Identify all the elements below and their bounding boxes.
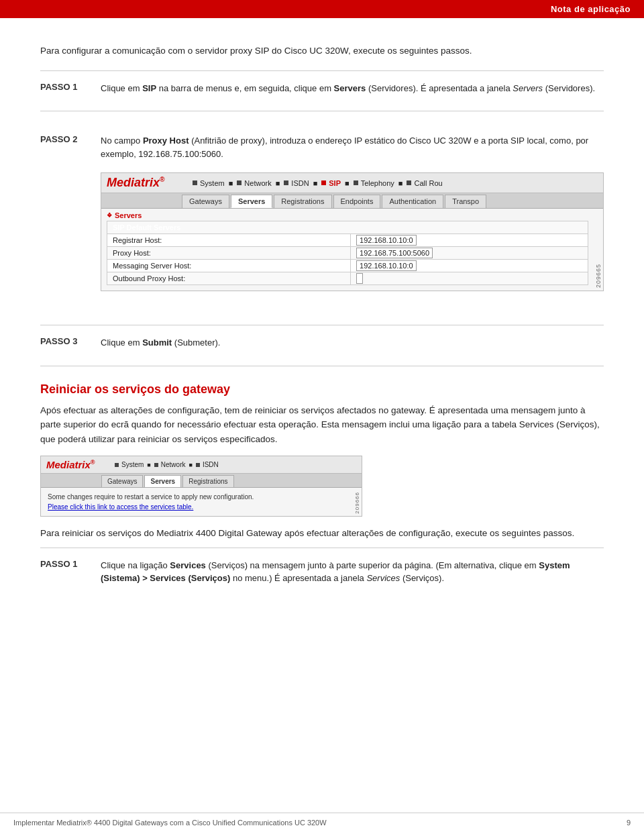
tab-gateways[interactable]: Gateways: [182, 195, 229, 208]
step-s2-1-content: Clique na ligação Services (Serviços) na…: [101, 559, 604, 589]
mx-header-1: Mediatrix® System ■ Network ■ ISDN ■ SIP…: [101, 173, 603, 193]
section-2-body2: Para reiniciar os serviços do Mediatrix …: [40, 526, 604, 541]
tab-servers[interactable]: Servers: [231, 195, 272, 208]
mediatrix-logo-1: Mediatrix®: [107, 176, 180, 190]
intro-text: Para configurar a comunicação com o serv…: [40, 44, 604, 58]
proxy-host-value: 192.168.75.100:5060: [351, 247, 588, 260]
nav-sip[interactable]: SIP: [321, 179, 341, 187]
tab-endpoints[interactable]: Endpoints: [333, 195, 381, 208]
nav-callrou[interactable]: Call Rou: [407, 179, 442, 187]
header-title: Nota de aplicação: [551, 4, 631, 14]
nav-isdn[interactable]: ISDN: [284, 179, 309, 187]
nav-system[interactable]: System: [193, 179, 225, 187]
nav2-isdn[interactable]: ISDN: [196, 461, 219, 468]
registrar-host-value: 192.168.10.10:0: [351, 234, 588, 247]
mediatrix-logo-2: Mediatrix®: [46, 459, 107, 470]
nav2-system[interactable]: System: [115, 461, 144, 468]
watermark-1: 209665: [595, 264, 602, 288]
step-1-label: PASSO 1: [40, 82, 101, 92]
service-msg-link[interactable]: Please click this link to access the ser…: [48, 503, 193, 511]
outbound-proxy-value: [351, 272, 588, 285]
step-1-block: PASSO 1 Clique em SIP na barra de menus …: [40, 71, 604, 112]
messaging-host-input[interactable]: 192.168.10.10:0: [356, 260, 417, 271]
tab2-servers[interactable]: Servers: [144, 475, 181, 487]
step-2-content: No campo Proxy Host (Anfitrião de proxy)…: [101, 134, 604, 164]
mx-nav-top-1: System ■ Network ■ ISDN ■ SIP ■ Telephon…: [193, 179, 443, 187]
table-row: Messaging Server Host: 192.168.10.10:0: [107, 260, 588, 272]
messaging-server-value: 192.168.10.10:0: [351, 260, 588, 272]
sip-servers-table: SIP Default Servers Registrar Host: 192.…: [107, 221, 588, 285]
nav2-network[interactable]: Network: [154, 461, 186, 468]
step-s2-1-block: PASSO 1 Clique na ligação Services (Serv…: [40, 548, 604, 601]
service-message: Some changes require to restart a servic…: [41, 488, 362, 516]
service-msg-line1: Some changes require to restart a servic…: [48, 493, 254, 501]
main-content: Para configurar a comunicação com o serv…: [0, 18, 644, 627]
proxy-host-label: Proxy Host:: [107, 247, 351, 260]
step-3-label: PASSO 3: [40, 336, 101, 346]
tab-transpo[interactable]: Transpo: [445, 195, 486, 208]
service-msg-line2: Please click this link to access the ser…: [48, 503, 193, 511]
step-s2-1-label: PASSO 1: [40, 559, 101, 569]
watermark-2: 209666: [354, 492, 360, 514]
table-header-row: SIP Default Servers: [107, 221, 588, 234]
step-1-content: Clique em SIP na barra de menus e, em se…: [101, 82, 604, 99]
messaging-server-label: Messaging Server Host:: [107, 260, 351, 272]
step-2-text: No campo Proxy Host (Anfitrião de proxy)…: [101, 134, 604, 160]
registrar-host-input[interactable]: 192.168.10.10:0: [356, 235, 417, 246]
proxy-host-input[interactable]: 192.168.75.100:5060: [356, 248, 433, 258]
page-header: Nota de aplicação: [0, 0, 644, 18]
table-row: Registrar Host: 192.168.10.10:0: [107, 234, 588, 247]
tab-authentication[interactable]: Authentication: [382, 195, 443, 208]
step-s2-1-text: Clique na ligação Services (Serviços) na…: [101, 559, 604, 585]
step-2-label: PASSO 2: [40, 134, 101, 144]
mx-tabs-1: Gateways Servers Registrations Endpoints…: [101, 193, 603, 209]
registrar-host-label: Registrar Host:: [107, 234, 351, 247]
tab2-gateways[interactable]: Gateways: [101, 475, 143, 487]
step-3-block: PASSO 3 Clique em Submit (Submeter).: [40, 325, 604, 366]
mx-nav-top-2: System ■ Network ■ ISDN: [115, 461, 219, 468]
mx-header-2: Mediatrix® System ■ Network ■ ISDN: [41, 456, 362, 474]
step-2-block: PASSO 2 No campo Proxy Host (Anfitrião d…: [40, 123, 604, 313]
section-2-body1: Após efectuar as alterações de configura…: [40, 403, 604, 447]
screenshot-1: Mediatrix® System ■ Network ■ ISDN ■ SIP…: [101, 172, 604, 291]
mx-tabs-2: Gateways Servers Registrations: [41, 474, 362, 488]
tab-registrations[interactable]: Registrations: [274, 195, 331, 208]
intro-block: Para configurar a comunicação com o serv…: [40, 32, 604, 71]
section-2-heading: Reiniciar os serviços do gateway: [40, 382, 604, 397]
table-row: Proxy Host: 192.168.75.100:5060: [107, 247, 588, 260]
footer-left: Implementar Mediatrix® 4400 Digital Gate…: [13, 819, 327, 827]
outbound-proxy-label: Outbound Proxy Host:: [107, 272, 351, 285]
nav-telephony[interactable]: Telephony: [354, 179, 394, 187]
table-row: Outbound Proxy Host:: [107, 272, 588, 285]
step-1-text: Clique em SIP na barra de menus e, em se…: [101, 82, 604, 95]
step-3-content: Clique em Submit (Submeter).: [101, 336, 604, 354]
tab2-registrations[interactable]: Registrations: [182, 475, 233, 487]
step-3-text: Clique em Submit (Submeter).: [101, 336, 604, 350]
outbound-proxy-input[interactable]: [356, 273, 363, 284]
page-footer: Implementar Mediatrix® 4400 Digital Gate…: [0, 813, 644, 832]
nav-network[interactable]: Network: [237, 179, 271, 187]
footer-right: 9: [627, 819, 631, 827]
mx-section-title-1: Servers: [101, 209, 603, 221]
table-header-cell: SIP Default Servers: [107, 221, 588, 234]
screenshot-2: Mediatrix® System ■ Network ■ ISDN Gatew…: [40, 456, 362, 517]
